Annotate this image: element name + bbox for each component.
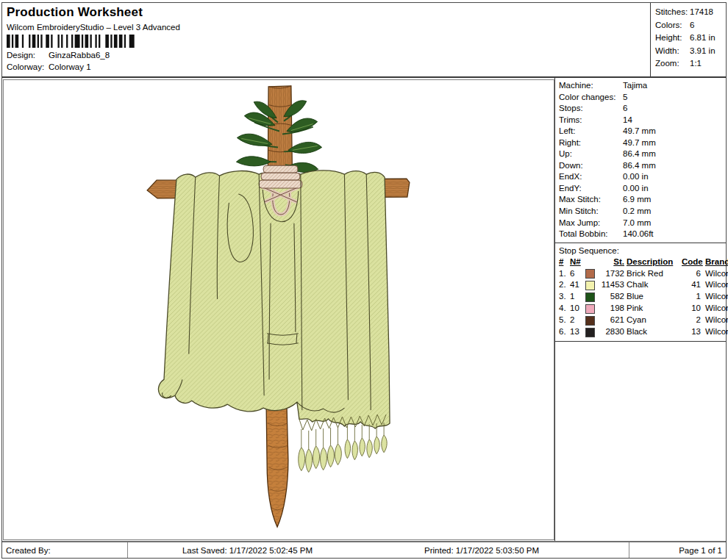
thread-code: 13 xyxy=(682,326,703,338)
thread-description: Blue xyxy=(627,291,682,303)
barcode-image xyxy=(7,35,136,48)
machine-info-row: Min Stitch: 0.2 mm xyxy=(559,206,726,218)
design-stats-box: Stitches: 17418 Colors: 6 Height: 6.81 i… xyxy=(650,3,726,76)
stat-value: 6.81 in xyxy=(690,32,715,45)
stop-num: 6. xyxy=(559,326,570,338)
stat-row: Height: 6.81 in xyxy=(655,32,726,45)
machine-info-label: Stops: xyxy=(559,103,623,115)
machine-info-label: Total Bobbin: xyxy=(559,229,623,240)
thread-description: Black xyxy=(627,326,682,338)
machine-info-row: Total Bobbin: 140.06ft xyxy=(559,229,726,240)
machine-info-row: Trims: 14 xyxy=(559,115,726,126)
printed-text: Printed: 1/17/2022 5:03:50 PM xyxy=(367,542,596,558)
thread-color-swatch xyxy=(585,328,595,337)
stat-value: 3.91 in xyxy=(690,45,715,58)
created-by-label: Created By: xyxy=(2,542,128,558)
stop-sequence-row: 1. 6 1732 Brick Red 6 Wilcom xyxy=(559,268,726,280)
colorway-label: Colorway: xyxy=(7,62,49,71)
thread-code: 10 xyxy=(682,303,703,315)
stop-num: 3. xyxy=(559,291,570,303)
machine-info-value: 0.00 in xyxy=(623,183,649,195)
machine-info-label: Color changes: xyxy=(559,92,623,104)
machine-info-value: 0.2 mm xyxy=(623,206,651,218)
software-name: Wilcom EmbroideryStudio – Level 3 Advanc… xyxy=(7,23,646,32)
embroidery-design-image xyxy=(4,80,554,539)
thread-code: 41 xyxy=(682,279,703,291)
thread-code: 2 xyxy=(682,315,703,326)
machine-info-value: 6 xyxy=(623,103,627,115)
stop-sequence-row: 5. 2 621 Cyan 2 Wilcom xyxy=(559,315,726,326)
col-header-n: N# xyxy=(570,256,585,268)
thread-color-cell xyxy=(585,281,598,290)
thread-number: 41 xyxy=(570,279,585,291)
page-number: Page 1 of 1 xyxy=(629,542,726,558)
machine-info-value: 0.00 in xyxy=(623,171,649,183)
col-header-st: St. xyxy=(598,256,627,268)
thread-brand: Wilcom xyxy=(703,291,728,303)
page-title: Production Worksheet xyxy=(7,5,646,20)
machine-info-label: Down: xyxy=(559,160,623,172)
stop-sequence-section: Stop Sequence: # N# St. Description Code… xyxy=(555,243,726,342)
machine-info-row: Max Stitch: 6.9 mm xyxy=(559,194,726,206)
design-preview xyxy=(3,79,554,540)
stat-row: Zoom: 1:1 xyxy=(655,57,726,71)
thread-number: 1 xyxy=(570,291,585,303)
design-value: GinzaRabba6_8 xyxy=(49,51,110,60)
thread-brand: Wilcom xyxy=(703,268,728,280)
col-header-description: Description xyxy=(627,256,682,268)
stat-value: 17418 xyxy=(690,6,713,19)
machine-info-label: Machine: xyxy=(559,80,623,92)
stitch-count: 621 xyxy=(598,315,627,326)
machine-info-label: Max Stitch: xyxy=(559,194,623,206)
machine-info-row: Left: 49.7 mm xyxy=(559,126,726,137)
machine-info-label: Max Jump: xyxy=(559,218,623,229)
production-worksheet-page: Production Worksheet Wilcom EmbroiderySt… xyxy=(1,2,727,559)
stop-num: 4. xyxy=(559,303,570,315)
design-row: Design: GinzaRabba6_8 xyxy=(7,51,646,60)
thread-color-swatch xyxy=(585,304,595,314)
machine-info-label: Up: xyxy=(559,148,623,160)
stat-label: Stitches: xyxy=(655,6,690,19)
stat-row: Width: 3.91 in xyxy=(655,45,726,58)
machine-info-label: Left: xyxy=(559,126,623,137)
stat-label: Zoom: xyxy=(655,57,690,71)
thread-number: 10 xyxy=(570,303,585,315)
thread-code: 6 xyxy=(682,268,703,280)
thread-brand: Wilcom xyxy=(703,303,728,315)
thread-number: 13 xyxy=(570,326,585,338)
machine-info-value: Tajima xyxy=(623,80,647,92)
thread-description: Chalk xyxy=(627,279,682,291)
stop-sequence-row: 2. 41 11453 Chalk 41 Wilcom xyxy=(559,279,726,291)
stop-sequence-row: 4. 10 198 Pink 10 Wilcom xyxy=(559,303,726,315)
machine-info-row: Up: 86.4 mm xyxy=(559,148,726,160)
col-header-num: # xyxy=(559,256,570,268)
thread-color-swatch xyxy=(585,269,595,279)
stop-sequence-row: 6. 13 2830 Black 13 Wilcom xyxy=(559,326,726,338)
thread-brand: Wilcom xyxy=(703,315,728,326)
stat-label: Width: xyxy=(655,45,690,58)
stat-label: Colors: xyxy=(655,19,690,32)
stop-sequence-header: # N# St. Description Code Brand xyxy=(559,256,726,268)
stop-sequence-rows: 1. 6 1732 Brick Red 6 Wilcom 2. 41 xyxy=(559,268,726,338)
stat-value: 1:1 xyxy=(690,57,702,71)
header: Production Worksheet Wilcom EmbroiderySt… xyxy=(2,3,726,78)
thread-color-cell xyxy=(585,328,598,337)
machine-info-value: 86.4 mm xyxy=(623,148,656,160)
machine-panel: Machine: Tajima Color changes: 5 Stops: … xyxy=(554,78,726,541)
stop-num: 1. xyxy=(559,268,570,280)
thread-code: 1 xyxy=(682,291,703,303)
machine-info-row: Stops: 6 xyxy=(559,103,726,115)
stitch-count: 198 xyxy=(598,303,627,315)
stat-row: Colors: 6 xyxy=(655,19,726,32)
thread-description: Cyan xyxy=(627,315,682,326)
stitch-count: 582 xyxy=(598,291,627,303)
machine-info-row: Max Jump: 7.0 mm xyxy=(559,218,726,229)
thread-brand: Wilcom xyxy=(703,279,728,291)
stitch-count: 2830 xyxy=(598,326,627,338)
stop-num: 2. xyxy=(559,279,570,291)
col-header-brand: Brand xyxy=(703,256,728,268)
machine-info-row: Machine: Tajima xyxy=(559,80,726,92)
design-label: Design: xyxy=(7,51,49,60)
machine-info-label: Trims: xyxy=(559,115,623,126)
machine-info-label: EndX: xyxy=(559,171,623,183)
